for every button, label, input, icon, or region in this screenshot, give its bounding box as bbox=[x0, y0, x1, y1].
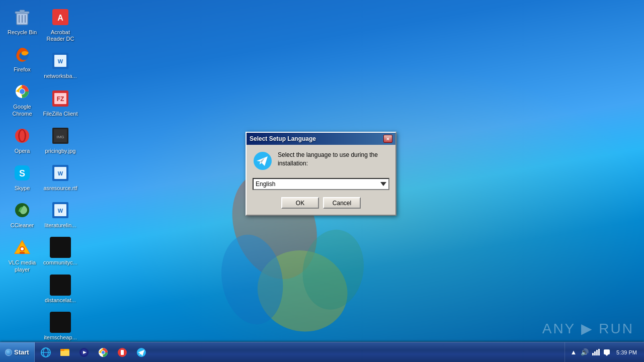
desktop-icon-filezilla[interactable]: FZ FileZilla Client bbox=[40, 85, 80, 120]
dialog-buttons: OK Cancel bbox=[253, 197, 389, 209]
tray-network-icon[interactable] bbox=[591, 348, 600, 357]
dialog-select-row: English French German Spanish Italian bbox=[253, 178, 389, 190]
system-tray: ▲ 🔊 5:39 PM bbox=[565, 342, 644, 362]
desktop-icon-asresource[interactable]: W asresource.rtf bbox=[40, 159, 80, 195]
skype-label: Skype bbox=[4, 185, 40, 192]
start-label: Start bbox=[14, 348, 29, 356]
desktop-icon-firefox[interactable]: Firefox bbox=[2, 41, 42, 76]
taskbar-chrome-icon[interactable] bbox=[94, 343, 112, 361]
svg-text:W: W bbox=[58, 208, 63, 214]
taskbar-stop-icon[interactable] bbox=[113, 343, 131, 361]
dialog-body: Select the language to use during the in… bbox=[247, 145, 395, 215]
communityc-label: communityc... bbox=[42, 259, 78, 266]
svg-text:W: W bbox=[58, 58, 63, 64]
asresource-label: asresource.rtf bbox=[42, 185, 78, 192]
desktop-icon-communityc[interactable]: communityc... bbox=[40, 234, 80, 269]
opera-label: Opera bbox=[4, 148, 40, 154]
svg-rect-59 bbox=[594, 351, 596, 355]
svg-point-24 bbox=[21, 247, 24, 250]
start-orb-icon bbox=[5, 349, 12, 356]
literaturelin-label: literaturelin... bbox=[42, 222, 78, 229]
svg-text:W: W bbox=[58, 170, 63, 176]
svg-rect-56 bbox=[121, 350, 124, 355]
dialog-title: Select Setup Language bbox=[250, 135, 316, 142]
start-button[interactable]: Start bbox=[0, 342, 35, 362]
taskbar-explorer-icon[interactable] bbox=[56, 343, 74, 361]
svg-rect-48 bbox=[60, 349, 64, 351]
pricingby-icon: IMG bbox=[50, 125, 71, 146]
dialog-titlebar: Select Setup Language × bbox=[247, 133, 395, 145]
taskbar-ie-icon[interactable] bbox=[37, 343, 55, 361]
literaturelin-icon: W bbox=[50, 200, 71, 221]
networksbak-icon: W bbox=[50, 50, 71, 71]
communityc-icon bbox=[50, 237, 71, 258]
desktop-icon-literaturelin[interactable]: W literaturelin... bbox=[40, 197, 80, 232]
desktop-icon-opera[interactable]: Opera bbox=[2, 122, 42, 157]
tray-arrow-icon[interactable]: ▲ bbox=[569, 348, 578, 357]
svg-rect-62 bbox=[604, 349, 610, 354]
svg-point-3 bbox=[296, 225, 370, 314]
firefox-icon bbox=[12, 44, 33, 65]
tray-volume-icon[interactable]: 🔊 bbox=[580, 348, 589, 357]
desktop-icon-itemscheap[interactable]: itemscheap... bbox=[40, 309, 80, 344]
dialog-content-row: Select the language to use during the in… bbox=[253, 151, 389, 171]
desktop-icon-vlc[interactable]: VLC media player bbox=[2, 234, 42, 276]
desktop-icon-recycle-bin[interactable]: Recycle Bin bbox=[2, 4, 42, 39]
svg-point-1 bbox=[249, 240, 357, 341]
desktop-icon-google-chrome[interactable]: Google Chrome bbox=[2, 78, 42, 120]
anyrun-watermark: ANY ▶ RUN bbox=[542, 320, 634, 337]
distancelat-label: distancelat... bbox=[42, 297, 78, 304]
vlc-icon bbox=[12, 237, 33, 258]
desktop-icon-pricingby[interactable]: IMG pricingby.jpg bbox=[40, 122, 80, 157]
asresource-icon: W bbox=[50, 162, 71, 184]
pricingby-label: pricingby.jpg bbox=[42, 148, 78, 154]
desktop-icon-acrobat[interactable]: A Acrobat Reader DC bbox=[40, 4, 80, 45]
taskbar-wmp-icon[interactable] bbox=[75, 343, 93, 361]
system-clock[interactable]: 5:39 PM bbox=[613, 349, 640, 355]
cancel-button[interactable]: Cancel bbox=[323, 197, 361, 209]
ok-button[interactable]: OK bbox=[281, 197, 319, 209]
svg-rect-22 bbox=[20, 252, 25, 254]
taskbar: Start bbox=[0, 342, 644, 362]
telegram-icon bbox=[253, 151, 273, 171]
opera-icon bbox=[12, 125, 33, 146]
desktop-icons-col1: Recycle Bin Firefox bbox=[1, 3, 43, 277]
chrome-icon bbox=[12, 81, 33, 102]
desktop-icon-skype[interactable]: S Skype bbox=[2, 159, 42, 195]
svg-text:FZ: FZ bbox=[57, 96, 64, 103]
svg-rect-47 bbox=[60, 350, 69, 356]
itemscheap-label: itemscheap... bbox=[42, 334, 78, 341]
anyrun-text: ANY ▶ RUN bbox=[542, 320, 634, 337]
acrobat-icon: A bbox=[50, 7, 71, 28]
desktop-icon-networksbak[interactable]: W networksba... bbox=[40, 47, 80, 82]
recycle-bin-icon bbox=[12, 7, 33, 28]
desktop-icon-distancelat[interactable]: distancelat... bbox=[40, 272, 80, 307]
networksbak-label: networksba... bbox=[42, 73, 78, 79]
chrome-label: Google Chrome bbox=[4, 104, 40, 117]
desktop: Recycle Bin Firefox bbox=[0, 0, 644, 362]
svg-point-16 bbox=[20, 130, 25, 141]
svg-marker-63 bbox=[605, 354, 608, 356]
svg-point-54 bbox=[102, 351, 105, 354]
itemscheap-icon bbox=[50, 312, 71, 333]
distancelat-icon bbox=[50, 275, 71, 296]
tray-notification-icon[interactable] bbox=[602, 348, 611, 357]
dialog-close-button[interactable]: × bbox=[383, 135, 392, 143]
svg-point-2 bbox=[214, 230, 289, 329]
vlc-label: VLC media player bbox=[4, 259, 40, 273]
desktop-icon-ccleaner[interactable]: CCleaner bbox=[2, 197, 42, 232]
skype-icon: S bbox=[12, 162, 33, 184]
recycle-bin-label: Recycle Bin bbox=[4, 29, 40, 36]
svg-point-13 bbox=[20, 89, 25, 94]
ccleaner-label: CCleaner bbox=[4, 222, 40, 229]
svg-rect-60 bbox=[596, 350, 598, 355]
filezilla-icon: FZ bbox=[50, 88, 71, 109]
taskbar-telegram-icon[interactable] bbox=[132, 343, 150, 361]
svg-text:IMG: IMG bbox=[56, 135, 64, 139]
language-select[interactable]: English French German Spanish Italian bbox=[253, 178, 389, 190]
svg-text:S: S bbox=[19, 168, 25, 178]
ccleaner-icon bbox=[12, 200, 33, 221]
desktop-icons-col2: A Acrobat Reader DC W networksba... FZ bbox=[39, 3, 82, 362]
svg-rect-61 bbox=[598, 349, 600, 355]
svg-text:A: A bbox=[57, 14, 63, 22]
